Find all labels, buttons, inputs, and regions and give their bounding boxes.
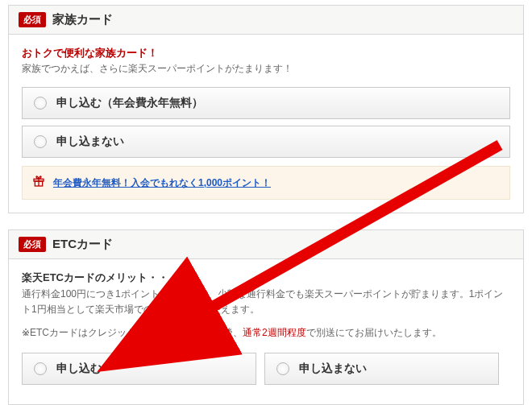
- etc-not-apply-label: 申し込まない: [299, 362, 367, 376]
- etc-note-suffix: で別送にてお届けいたします。: [306, 327, 442, 338]
- family-card-section: 必須 家族カード おトクで便利な家族カード！ 家族でつかえば、さらに楽天スーパー…: [8, 5, 524, 213]
- family-promo-link[interactable]: 年会費永年無料！入会でもれなく1,000ポイント！: [53, 176, 271, 190]
- radio-icon: [34, 362, 47, 375]
- etc-apply-label: 申し込む: [56, 362, 102, 376]
- etc-not-apply-option[interactable]: 申し込まない: [264, 353, 499, 385]
- radio-icon: [34, 97, 47, 110]
- etc-note: ※ETCカードはクレジットカードをお受け取り後、通常2週間程度で別送にてお届けい…: [22, 325, 510, 341]
- family-card-body: おトクで便利な家族カード！ 家族でつかえば、さらに楽天スーパーポイントがたまりま…: [9, 35, 523, 213]
- etc-card-body: 楽天ETCカードのメリット・・ 通行料金100円につき1ポイントたまるので、少額…: [9, 259, 523, 404]
- etc-note-red: 通常2週間程度: [243, 327, 306, 338]
- family-card-title: 家族カード: [52, 12, 113, 27]
- etc-card-section: 必須 ETCカード 楽天ETCカードのメリット・・ 通行料金100円につき1ポイ…: [8, 229, 524, 405]
- radio-icon: [34, 135, 47, 148]
- required-badge: 必須: [19, 12, 46, 27]
- family-apply-label: 申し込む（年会費永年無料）: [56, 96, 203, 110]
- etc-card-header: 必須 ETCカード: [9, 230, 523, 259]
- family-not-apply-label: 申し込まない: [56, 134, 124, 149]
- etc-apply-option[interactable]: 申し込む: [22, 353, 256, 385]
- family-promo-box: 年会費永年無料！入会でもれなく1,000ポイント！: [22, 166, 510, 200]
- radio-icon: [276, 362, 289, 375]
- etc-note-prefix: ※ETCカードはクレジットカードをお受け取り後、: [22, 327, 243, 338]
- etc-merit-text: 通行料金100円につき1ポイントたまるので、少額な通行料金でも楽天スーパーポイン…: [22, 287, 510, 317]
- etc-card-title: ETCカード: [52, 237, 113, 252]
- family-card-header: 必須 家族カード: [9, 6, 523, 35]
- family-apply-option[interactable]: 申し込む（年会費永年無料）: [22, 87, 510, 119]
- etc-merit-title: 楽天ETCカードのメリット・・: [22, 271, 510, 285]
- required-badge: 必須: [19, 237, 46, 252]
- family-sublead: 家族でつかえば、さらに楽天スーパーポイントがたまります！: [22, 62, 510, 76]
- family-lead: おトクで便利な家族カード！: [22, 46, 510, 60]
- gift-icon: [32, 175, 45, 191]
- family-not-apply-option[interactable]: 申し込まない: [22, 126, 510, 158]
